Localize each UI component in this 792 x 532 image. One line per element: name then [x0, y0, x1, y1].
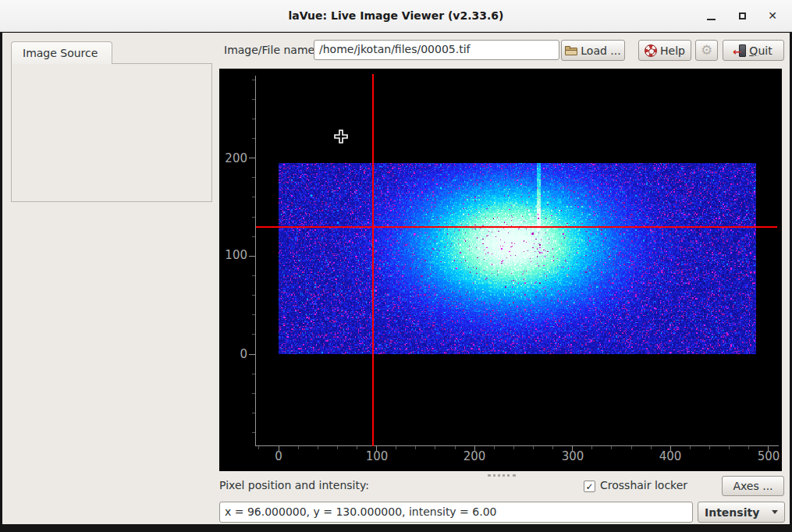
folder-icon	[565, 46, 577, 55]
axis-tick	[279, 446, 279, 452]
axis-tick	[298, 446, 299, 449]
axis-tick	[249, 158, 255, 158]
filename-label: Image/File name:	[224, 41, 318, 60]
x-axis-line	[255, 445, 779, 446]
axis-tick	[552, 446, 553, 449]
axis-tick	[252, 432, 255, 433]
axis-tick	[533, 446, 534, 449]
y-axis-line	[255, 76, 256, 445]
axis-tick	[252, 217, 255, 218]
axis-tick	[252, 334, 255, 335]
axis-tick	[709, 446, 710, 449]
axis-tick	[474, 446, 475, 452]
axes-button[interactable]: Axes ...	[722, 476, 784, 496]
axis-tick	[455, 446, 456, 449]
axis-tick	[252, 138, 255, 139]
axis-tick	[729, 446, 730, 449]
pixel-position-input[interactable]: x = 96.000000, y = 130.000000, intensity…	[219, 502, 693, 523]
axis-tick	[415, 446, 416, 449]
close-icon: ✕	[761, 0, 784, 32]
tab-image-source[interactable]: Image Source	[11, 41, 112, 64]
axis-tick	[651, 446, 652, 449]
quit-button-label: Quit	[749, 44, 772, 57]
detector-image-canvas[interactable]	[279, 163, 756, 354]
load-button-label: Load ...	[581, 44, 620, 57]
quit-button[interactable]: ← Quit	[723, 40, 784, 61]
axis-tick	[572, 446, 573, 452]
axis-tick	[252, 413, 255, 413]
maximize-icon	[739, 12, 746, 20]
axis-tick	[252, 393, 255, 394]
minimize-icon	[707, 19, 716, 20]
axis-tick	[252, 119, 255, 119]
plot-area[interactable]: 0 100 200 300 400 500 0 100 200	[219, 69, 782, 471]
crosshair-locker-checkbox[interactable]: ✓	[584, 481, 595, 492]
axis-tick	[252, 197, 255, 197]
close-button[interactable]: ✕	[761, 0, 784, 32]
axis-tick	[252, 177, 255, 178]
splitter-handle[interactable]	[488, 474, 516, 477]
crosshair-cursor-icon	[334, 129, 348, 144]
crosshair-vertical-line[interactable]	[372, 74, 374, 446]
axis-tick	[252, 314, 255, 315]
maximize-button[interactable]	[730, 0, 754, 32]
pixel-position-label: Pixel position and intensity:	[219, 476, 369, 495]
axis-tick	[258, 446, 259, 449]
crosshair-locker-label: Crosshair locker	[600, 476, 687, 495]
axis-tick	[768, 446, 769, 452]
axis-tick	[611, 446, 612, 449]
axis-tick	[252, 80, 255, 80]
axis-tick	[376, 446, 377, 452]
axis-tick	[670, 446, 671, 452]
axis-tick	[357, 446, 357, 449]
settings-button[interactable]: ⚙	[695, 40, 718, 61]
axis-tick	[318, 446, 318, 449]
window-title: laVue: Live Image Viewer (v2.33.6)	[0, 0, 792, 32]
axis-tick	[252, 236, 255, 237]
axis-tick	[748, 446, 749, 449]
intensity-select-value: Intensity	[705, 506, 759, 519]
axis-tick	[591, 446, 592, 449]
axis-tick	[249, 354, 255, 355]
load-button[interactable]: Load ...	[561, 40, 625, 61]
minimize-button[interactable]	[699, 0, 723, 32]
crosshair-horizontal-line[interactable]	[256, 226, 777, 228]
axis-tick	[435, 446, 435, 449]
axis-tick	[631, 446, 632, 449]
axes-button-label: Axes ...	[733, 480, 772, 492]
help-button[interactable]: Help	[638, 40, 691, 61]
y-tick-label: 200	[219, 151, 247, 165]
axis-tick	[513, 446, 514, 449]
app-window: laVue: Live Image Viewer (v2.33.6) ✕ Ima…	[0, 0, 792, 532]
axis-tick	[252, 295, 255, 296]
axis-tick	[337, 446, 338, 449]
axis-tick	[252, 374, 255, 374]
x-tick-label: 500	[749, 449, 782, 463]
help-button-label: Help	[660, 44, 685, 57]
lifebuoy-icon	[645, 44, 657, 57]
y-tick-label: 100	[219, 248, 247, 262]
y-tick-label: 0	[219, 347, 247, 361]
door-exit-icon: ←	[734, 44, 746, 57]
axis-tick	[396, 446, 396, 449]
title-bar[interactable]: laVue: Live Image Viewer (v2.33.6) ✕	[0, 0, 792, 32]
axis-tick	[252, 275, 255, 276]
image-source-panel	[11, 63, 212, 202]
axis-tick	[249, 256, 255, 257]
main-content: Image Source Source: Hidra Server: haspi…	[2, 33, 790, 524]
gear-icon: ⚙	[701, 44, 712, 57]
axis-tick	[494, 446, 495, 449]
axis-tick	[252, 99, 255, 100]
filename-input[interactable]: /home/jkotan/files/00005.tif	[314, 40, 559, 60]
axis-tick	[690, 446, 691, 449]
intensity-select[interactable]: Intensity	[698, 502, 785, 523]
chevron-down-icon	[772, 510, 778, 514]
